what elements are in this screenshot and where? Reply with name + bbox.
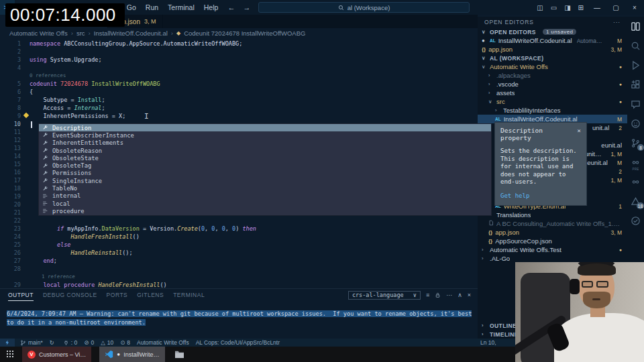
code-line[interactable]: 6 { — [0, 88, 478, 96]
code-line[interactable]: 25 else — [0, 241, 478, 249]
tree-section-header[interactable]: ∨AL (WORKSPACE) — [478, 54, 627, 62]
tree-item[interactable]: ∨src● — [478, 97, 627, 106]
tree-item[interactable]: A BC Consulting_Automatic Write Offs_1.0… — [478, 219, 627, 228]
close-icon[interactable]: × — [577, 127, 581, 141]
close-button[interactable]: × — [625, 0, 644, 15]
suggest-item[interactable]: Description — [39, 124, 491, 131]
tree-item[interactable]: ●ALInstallWriteOff.Codeunit.alAutoma…M — [478, 36, 627, 45]
code-line[interactable]: 9 InherentPermissions = X; — [0, 112, 478, 120]
search-icon[interactable] — [630, 40, 641, 52]
breadcrumb-symbol[interactable]: Codeunit 72024678 InstallWriteOffWOABG — [184, 29, 305, 37]
status-plug[interactable]: : 0 — [63, 339, 77, 346]
test-icon[interactable]: 18 — [630, 196, 641, 207]
code-line[interactable]: 22 — [0, 217, 478, 225]
code-line[interactable]: 23 if myAppInfo.DataVersion = Version.Cr… — [0, 225, 478, 233]
suggest-item[interactable]: SingleInstance — [39, 177, 491, 184]
panel-tab-gitlens[interactable]: GITLENS — [137, 289, 164, 301]
tree-item[interactable]: ›.alpackages — [478, 71, 627, 80]
tree-item[interactable]: {}app.json3, M — [478, 228, 627, 237]
code-line[interactable]: 1 namespace ABCConsultingGroup.AppSource… — [0, 40, 478, 48]
taskbar-files[interactable] — [174, 350, 184, 359]
code-line[interactable]: 27 end; — [0, 257, 478, 265]
more-icon[interactable]: ··· — [446, 292, 452, 298]
suggest-item[interactable]: TableNo — [39, 184, 491, 192]
command-center-search[interactable]: al (Workspace) — [258, 2, 470, 13]
split-editor-icon[interactable]: ◫ — [537, 4, 543, 11]
menu-help[interactable]: Help — [204, 3, 219, 11]
run-debug-icon[interactable] — [630, 60, 641, 71]
code-line[interactable]: 8 Access = Internal; — [0, 104, 478, 112]
explorer-icon[interactable] — [630, 21, 641, 32]
get-help-link[interactable]: Get help — [500, 192, 581, 199]
back-icon[interactable]: ← — [227, 3, 235, 11]
output-channel-select[interactable]: crs-al-language ∨ — [348, 291, 421, 300]
status-cursor-position[interactable]: Ln 10, — [480, 339, 496, 347]
breadcrumb[interactable]: Automatic Write Offs›src›InstallWriteOff… — [0, 28, 478, 38]
suggest-item[interactable]: ObsoleteState — [39, 154, 491, 162]
code-reference-lens[interactable]: 1 reference — [0, 273, 478, 281]
code-line[interactable]: 28 — [0, 265, 478, 273]
status-error[interactable]: ⊘0 — [84, 339, 94, 346]
word-wrap-icon[interactable]: ≡ — [426, 292, 429, 298]
suggest-item[interactable]: local — [39, 200, 491, 207]
code-line[interactable]: 3 using System.Upgrade; — [0, 56, 478, 64]
panel-tab-terminal[interactable]: TERMINAL — [173, 289, 205, 301]
tree-item[interactable]: {}app.json3, M — [478, 45, 627, 54]
lock-icon[interactable] — [435, 292, 441, 298]
code-reference-lens[interactable]: 0 references — [0, 72, 478, 80]
suggest-item[interactable]: Permissions — [39, 170, 491, 177]
tree-item[interactable]: ›Translations — [478, 210, 627, 219]
code-line[interactable]: 26 HandleReinstall(); — [0, 249, 478, 257]
status-text[interactable]: Automatic Write Offs — [137, 339, 189, 346]
tree-section-header[interactable]: ∨OPEN EDITORS1 unsaved — [478, 27, 627, 36]
status-text[interactable]: AL Cops: Code/UI/AppSrc/BcLntr — [196, 339, 280, 346]
panel-tab-ports[interactable]: PORTS — [107, 289, 128, 301]
toggle-sidebar-icon[interactable]: ◨ — [564, 4, 570, 11]
maximize-button[interactable]: ▢ — [606, 0, 625, 15]
approvals-icon[interactable] — [630, 215, 641, 227]
code-line[interactable]: 29 local procedure HandleFreshInstall() — [0, 281, 478, 288]
status-warning[interactable]: △10 — [101, 339, 113, 346]
tree-item[interactable]: ›assets — [478, 88, 627, 97]
status-branch[interactable]: main* — [20, 339, 43, 346]
customize-layout-icon[interactable]: ⊞ — [578, 4, 584, 11]
suggest-item[interactable]: EventSubscriberInstance — [39, 131, 491, 139]
account-icon[interactable] — [630, 118, 641, 129]
breadcrumb-item[interactable]: InstallWriteOff.Codeunit.al — [94, 29, 168, 37]
status-sync[interactable]: ↻ — [50, 339, 56, 346]
close-icon[interactable]: × — [468, 292, 471, 298]
panel-tab-debug-console[interactable]: DEBUG CONSOLE — [43, 289, 97, 301]
menu-go[interactable]: Go — [127, 3, 136, 11]
breadcrumb-item[interactable]: Automatic Write Offs — [9, 29, 68, 37]
output-log[interactable]: 6/4/2024, 7:09:47 AM – Warning: can't re… — [0, 301, 478, 326]
tree-item[interactable]: ›.vscode● — [478, 80, 627, 88]
code-line[interactable]: 7 Subtype = Install; — [0, 96, 478, 104]
status-dotcircle[interactable]: ⊙8 — [120, 339, 130, 346]
chat-icon[interactable] — [630, 99, 641, 110]
branch-icon[interactable]: 8 — [630, 137, 641, 149]
tree-item[interactable]: ›TestablilityInterfaces — [478, 106, 627, 115]
suggest-item[interactable]: ObsoleteReason — [39, 147, 491, 154]
panel-tab-output[interactable]: OUTPUT — [8, 289, 34, 301]
tree-item[interactable]: ∨Automatic Write Offs● — [478, 62, 627, 71]
suggest-item[interactable]: procedure — [39, 207, 491, 215]
suggest-item[interactable]: InherentEntitlements — [39, 139, 491, 147]
suggest-item[interactable]: ObsoleteTag — [39, 162, 491, 169]
more-actions-icon[interactable]: ··· — [613, 19, 621, 25]
forward-icon[interactable]: → — [243, 3, 250, 11]
tree-item[interactable]: ›Automatic Write Offs.Test● — [478, 245, 627, 254]
tree-item[interactable]: {}AppSourceCop.json — [478, 237, 627, 245]
pre-pipeline-icon[interactable]: PRE — [630, 157, 641, 168]
menu-run[interactable]: Run — [146, 3, 158, 11]
pipelines-icon[interactable] — [630, 176, 641, 188]
code-line[interactable]: 5 codeunit 72024678 InstallWriteOffWOABG — [0, 80, 478, 88]
code-line[interactable]: 24 HandleFreshInstall() — [0, 233, 478, 241]
minimize-button[interactable]: — — [588, 0, 606, 15]
taskbar-vivaldi[interactable]: V Customers – Vi… — [22, 347, 91, 362]
lightbulb-icon[interactable] — [23, 113, 29, 118]
menu-terminal[interactable]: Terminal — [168, 3, 195, 11]
code-line[interactable]: 2 — [0, 48, 478, 56]
start-menu-icon[interactable] — [7, 351, 14, 358]
extensions-icon[interactable] — [630, 79, 641, 90]
code-line[interactable]: 4 — [0, 64, 478, 72]
